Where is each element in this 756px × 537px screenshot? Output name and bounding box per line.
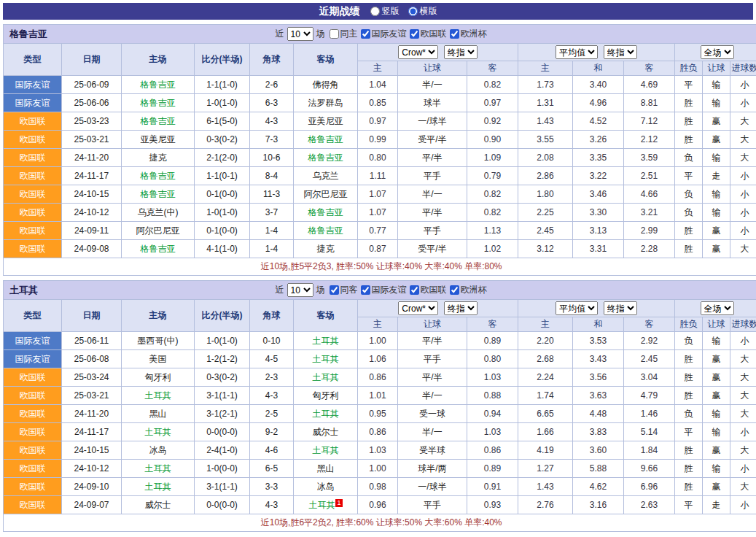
result-goals: 小 [730, 94, 756, 112]
match-rows: 国际友谊25-06-09格鲁吉亚1-1(1-0)2-6佛得角1.04半/一0.8… [4, 76, 756, 258]
avg-away: 3.21 [624, 204, 675, 222]
home-team: 美国 [122, 350, 195, 368]
home-team: 土耳其 [122, 478, 195, 496]
match-type-badge: 欧国联 [4, 460, 62, 478]
corner-score: 2-5 [250, 405, 294, 423]
filter-bar: 近 10 场 同主国际友谊欧国联欧洲杯 [275, 27, 488, 41]
score: 1-0(0-0) [195, 460, 250, 478]
match-date: 24-10-15 [62, 185, 122, 204]
away-team: 格鲁吉亚 [294, 222, 358, 240]
layout-radio[interactable] [370, 7, 380, 16]
avg-source-select[interactable]: 平均值 [556, 45, 598, 59]
filter-games-label: 场 [316, 28, 325, 40]
result-goals: 大 [730, 405, 756, 423]
corner-score: 6-3 [250, 94, 294, 112]
layout-radio[interactable] [408, 7, 418, 16]
odds-source-select[interactable]: Crow* [398, 301, 438, 315]
odds-home: 1.07 [358, 185, 398, 204]
match-rows: 国际友谊25-06-11墨西哥(中)1-0(1-0)0-10土耳其1.00平/半… [4, 332, 756, 514]
result-goals: 小 [730, 222, 756, 240]
header-result-wdl: 胜负 [675, 317, 703, 332]
avg-time-select[interactable]: 终指 [604, 45, 637, 59]
avg-home: 2.68 [518, 350, 573, 368]
filter-checkbox[interactable] [410, 29, 419, 39]
odds-home: 1.04 [358, 76, 398, 94]
filter-option[interactable]: 欧洲杯 [448, 28, 487, 40]
header-corner: 角球 [250, 300, 294, 332]
avg-draw: 3.43 [573, 350, 624, 368]
layout-option[interactable]: 竖版 [370, 5, 400, 18]
filter-option[interactable]: 同客 [328, 284, 358, 296]
avg-source-select[interactable]: 平均值 [556, 301, 598, 315]
avg-home: 2.76 [518, 496, 573, 514]
match-date: 25-06-08 [62, 350, 122, 368]
match-count-select[interactable]: 10 [287, 27, 313, 41]
filter-option[interactable]: 国际友谊 [359, 28, 407, 40]
match-type-badge: 欧国联 [4, 204, 62, 222]
avg-home: 2.24 [518, 368, 573, 387]
odds-home: 0.80 [358, 149, 398, 167]
result-wdl: 负 [675, 185, 703, 204]
score: 1-0(1-0) [195, 332, 250, 350]
avg-draw: 4.96 [573, 94, 624, 112]
layout-toggle: 竖版横版 [370, 5, 437, 18]
odds-time-select[interactable]: 终指 [444, 301, 478, 315]
odds-home: 1.00 [358, 460, 398, 478]
odds-time-select[interactable]: 终指 [444, 45, 478, 59]
match-row: 欧国联24-09-11阿尔巴尼亚0-1(0-0)1-4格鲁吉亚0.77平手1.1… [4, 222, 756, 240]
header-result-handicap: 让球 [703, 61, 730, 76]
result-wdl: 负 [675, 149, 703, 167]
filter-option[interactable]: 欧国联 [408, 28, 447, 40]
avg-time-select[interactable]: 终指 [604, 301, 637, 315]
match-type-badge: 欧国联 [4, 167, 62, 185]
avg-away: 4.66 [624, 185, 675, 204]
filter-option[interactable]: 欧洲杯 [448, 284, 487, 296]
odds-group-header: Crow* 终指 [358, 300, 518, 317]
layout-option[interactable]: 横版 [408, 5, 437, 18]
result-wdl: 胜 [675, 222, 703, 240]
match-count-select[interactable]: 10 [287, 283, 313, 297]
filter-checkbox[interactable] [410, 285, 419, 295]
match-row: 欧国联25-03-21土耳其3-1(1-1)4-3匈牙利1.01半/一0.881… [4, 387, 756, 405]
filter-checkbox-label: 欧洲杯 [461, 28, 487, 40]
header-odds-away: 客 [467, 61, 518, 76]
odds-away: 0.89 [467, 332, 518, 350]
scope-select[interactable]: 全场 [701, 45, 734, 59]
match-row: 国际友谊25-06-08美国1-2(1-2)4-5土耳其1.06平手0.802.… [4, 350, 756, 368]
score: 1-0(1-0) [195, 204, 250, 222]
handicap-line: 一/球半 [398, 112, 467, 131]
team-name: 土耳其 [9, 284, 38, 297]
filter-checkbox[interactable] [450, 285, 459, 295]
match-type-badge: 欧国联 [4, 368, 62, 387]
odds-source-select[interactable]: Crow* [398, 45, 438, 59]
filter-checkbox[interactable] [361, 285, 370, 295]
filter-option[interactable]: 欧国联 [408, 284, 447, 296]
score: 1-1(0-1) [195, 167, 250, 185]
filter-option[interactable]: 同主 [328, 28, 358, 40]
score: 0-3(0-2) [195, 131, 250, 149]
header-away: 客场 [294, 300, 358, 332]
score: 6-1(5-0) [195, 112, 250, 131]
avg-group-header: 平均值 终指 [518, 44, 675, 61]
header-odds-away: 客 [467, 317, 518, 332]
header-odds-handicap: 让球 [398, 317, 467, 332]
filter-checkbox[interactable] [450, 29, 459, 39]
avg-home: 1.80 [518, 185, 573, 204]
result-wdl: 平 [675, 496, 703, 514]
odds-away: 0.82 [467, 204, 518, 222]
handicap-line: 一/球半 [398, 478, 467, 496]
corner-score: 4-3 [250, 112, 294, 131]
home-team: 格鲁吉亚 [122, 112, 195, 131]
result-goals: 大 [730, 350, 756, 368]
filter-checkbox[interactable] [361, 29, 370, 39]
score: 0-1(0-0) [195, 222, 250, 240]
odds-away: 1.03 [467, 423, 518, 441]
filter-checkbox[interactable] [330, 285, 339, 295]
scope-select[interactable]: 全场 [701, 301, 734, 315]
filter-checkbox[interactable] [330, 29, 339, 39]
corner-score: 0-10 [250, 332, 294, 350]
result-handicap: 走 [703, 167, 730, 185]
header-type: 类型 [4, 44, 62, 76]
filter-option[interactable]: 国际友谊 [359, 284, 407, 296]
away-team: 法罗群岛 [294, 94, 358, 112]
